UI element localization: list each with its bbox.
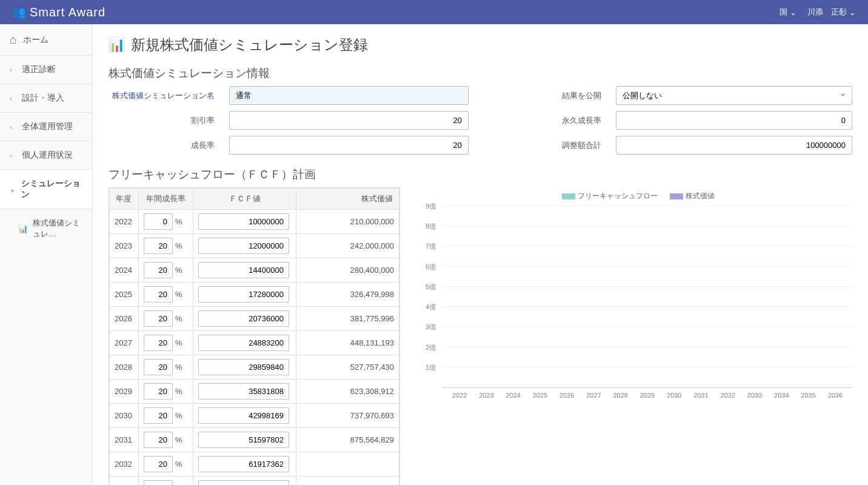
x-tick-label: 2026: [553, 392, 580, 399]
sidebar-item-label: 適正診断: [22, 64, 56, 75]
sidebar-item-operations[interactable]: ‹ 全体運用管理: [0, 113, 92, 141]
growth-input[interactable]: [144, 432, 173, 448]
x-tick-label: 2023: [473, 392, 499, 399]
table-row: 2029%623,308,912: [110, 380, 399, 404]
table-row: 2022%210,000,000: [110, 210, 399, 234]
cell-growth: %: [139, 210, 193, 234]
percent-label: %: [175, 435, 182, 444]
cell-growth: %: [139, 404, 193, 428]
cell-growth: %: [139, 283, 193, 307]
chart-area: フリーキャッシュフロー 株式価値 1億2億3億4億5億6億7億8億9億 2022…: [424, 187, 852, 485]
sidebar-sub-label: 株式価値シミュレ…: [33, 218, 82, 239]
table-row: 2025%326,479,998: [110, 283, 399, 307]
growth-input[interactable]: [144, 407, 173, 424]
y-tick-label: 2億: [426, 343, 436, 352]
form-label-publish: 結果を公開: [483, 90, 601, 101]
fcf-input[interactable]: [198, 432, 289, 448]
percent-label: %: [175, 217, 182, 226]
sidebar-item-diagnosis[interactable]: ‹ 適正診断: [0, 56, 92, 84]
fcf-input[interactable]: [198, 262, 289, 278]
table-row: 2023%242,000,000: [110, 234, 399, 258]
form-grid: 株式価値シミュレーション名 結果を公開 公開しない 割引率 永久成長率 成長率 …: [109, 86, 852, 155]
org-selector-label: 国: [780, 7, 787, 18]
cell-year: 2022: [110, 210, 139, 234]
percent-label: %: [175, 241, 182, 250]
chart-plot: 1億2億3億4億5億6億7億8億9億: [442, 206, 852, 388]
sidebar-item-design[interactable]: ‹ 設計・導入: [0, 84, 92, 113]
y-tick-label: 7億: [426, 242, 436, 251]
cell-growth: %: [139, 380, 193, 404]
growth-input[interactable]: [144, 383, 173, 400]
th-val: 株式価値: [296, 189, 399, 210]
cell-fcf: [193, 258, 296, 283]
fcf-input[interactable]: [198, 359, 289, 375]
growth-input[interactable]: [144, 335, 173, 351]
cell-year: 2025: [110, 283, 139, 307]
y-tick-label: 6億: [426, 262, 436, 271]
fcf-input[interactable]: [198, 213, 289, 230]
table-row: 2026%381,775,996: [110, 307, 399, 331]
page-title-row: 📊 新規株式価値シミュレーション登録: [109, 35, 852, 55]
growth-input[interactable]: [144, 213, 173, 230]
table-row: 2031%875,564,829: [110, 428, 399, 452]
fcf-input[interactable]: [198, 383, 289, 400]
fcf-input[interactable]: [198, 407, 289, 424]
legend-item-fcf: フリーキャッシュフロー: [562, 191, 658, 201]
chart-xaxis: 2022202320242025202620272028202920302031…: [442, 388, 852, 399]
form-label-adjustment: 調整額合計: [483, 140, 601, 151]
table-row: 2030%737,970,693: [110, 404, 399, 428]
growth-input[interactable]: [144, 359, 173, 375]
fcf-input[interactable]: [198, 480, 289, 485]
percent-label: %: [175, 363, 182, 372]
y-tick-label: 3億: [426, 323, 436, 332]
cell-val: 326,479,998: [296, 283, 399, 307]
cell-year: 2033: [110, 477, 139, 486]
y-tick-label: 5億: [426, 282, 436, 291]
growth-input[interactable]: [144, 286, 173, 303]
sidebar-item-simulation[interactable]: ⌄ シミュレーション: [0, 170, 92, 209]
section-title-info: 株式価値シミュレーション情報: [109, 65, 852, 81]
cell-val: [296, 452, 399, 477]
sidebar-sub-stock-sim[interactable]: 📊 株式価値シミュレ…: [0, 209, 92, 248]
cell-val: 737,970,693: [296, 404, 399, 428]
chevron-down-icon: ⌄: [849, 8, 856, 17]
x-tick-label: 2027: [580, 392, 607, 399]
x-tick-label: 2034: [768, 392, 795, 399]
cell-fcf: [193, 477, 296, 486]
growth-input[interactable]: [144, 480, 173, 485]
growth-input[interactable]: [144, 310, 173, 327]
perpetual-input[interactable]: [616, 111, 852, 130]
sidebar-item-personal[interactable]: ‹ 個人運用状況: [0, 141, 92, 170]
growth-input[interactable]: [144, 238, 173, 254]
chart-icon: 📊: [18, 224, 28, 233]
discount-input[interactable]: [229, 111, 469, 130]
cell-year: 2029: [110, 380, 139, 404]
cell-growth: %: [139, 331, 193, 355]
org-selector[interactable]: 国 ⌄: [780, 7, 796, 18]
cell-val: 875,564,829: [296, 428, 399, 452]
fcf-input[interactable]: [198, 286, 289, 303]
legend-swatch-fcf: [562, 193, 575, 199]
cell-val: 280,400,000: [296, 258, 399, 283]
user-menu[interactable]: 川添 正彰 ⌄: [807, 7, 856, 18]
sidebar-item-label: 全体運用管理: [22, 121, 73, 132]
fcf-table: 年度 年間成長率 ＦＣＦ値 株式価値 2022%210,000,0002023%…: [109, 187, 400, 485]
fcf-input[interactable]: [198, 335, 289, 351]
cell-fcf: [193, 404, 296, 428]
cell-val: 527,757,430: [296, 355, 399, 380]
cell-growth: %: [139, 477, 193, 486]
growth-input[interactable]: [144, 262, 173, 278]
growth-input[interactable]: [229, 136, 469, 155]
cell-growth: %: [139, 234, 193, 258]
sidebar-home[interactable]: ⌂ ホーム: [0, 24, 92, 56]
fcf-input[interactable]: [198, 456, 289, 472]
cell-val: 242,000,000: [296, 234, 399, 258]
form-label-perpetual: 永久成長率: [483, 115, 601, 126]
sim-name-input[interactable]: [229, 86, 469, 105]
adjustment-input[interactable]: [616, 136, 852, 155]
fcf-input[interactable]: [198, 238, 289, 254]
growth-input[interactable]: [144, 456, 173, 472]
fcf-input[interactable]: [198, 310, 289, 327]
chevron-left-icon: ‹: [10, 95, 16, 102]
publish-select[interactable]: 公開しない: [616, 86, 852, 105]
